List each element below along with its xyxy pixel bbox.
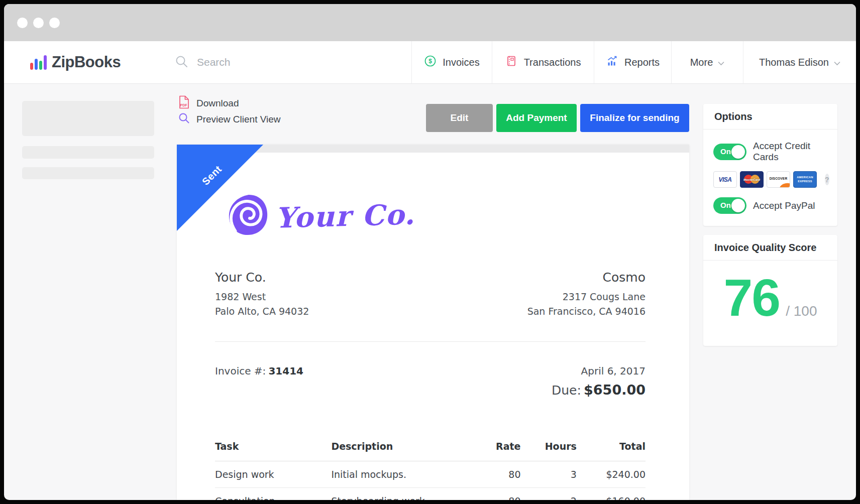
svg-text:PDF: PDF — [180, 103, 188, 107]
invoice-paper: Sent Your Co. — [177, 145, 689, 500]
dollar-circle-icon: $ — [424, 55, 437, 70]
client-address-line: 2317 Cougs Lane — [527, 290, 646, 304]
accept-credit-cards-toggle[interactable]: On — [713, 144, 746, 160]
finalize-button[interactable]: Finalize for sending — [580, 104, 689, 132]
left-sidebar — [4, 83, 177, 500]
due-label: Due: — [552, 383, 581, 398]
company-logo: Your Co. — [226, 192, 646, 240]
invoice-divider — [215, 341, 646, 342]
table-cell: 80 — [469, 469, 521, 480]
nav-invoices[interactable]: $Invoices — [411, 41, 492, 83]
invoice-number: Invoice #: 31414 — [215, 365, 303, 377]
quality-score-value: 76 — [724, 276, 780, 320]
nav-item-label: Invoices — [443, 57, 479, 68]
options-panel: Options On Accept Credit Cards VISAMaste… — [703, 104, 837, 226]
download-link[interactable]: PDF Download — [178, 95, 281, 111]
accept-paypal-toggle[interactable]: On — [713, 197, 746, 214]
column-header: Hours — [520, 441, 576, 452]
quality-score-max: / 100 — [786, 303, 817, 319]
nav-item-label: Transactions — [524, 57, 581, 68]
invoice-actions-row: PDF Download Preview Client View Edit Ad… — [177, 83, 689, 145]
client-name: Cosmo — [527, 270, 646, 285]
table-cell: $160.00 — [577, 495, 646, 500]
window-control-dot[interactable] — [49, 18, 60, 28]
preview-client-view-link[interactable]: Preview Client View — [178, 111, 281, 128]
table-cell: Initial mockups. — [331, 469, 469, 480]
pdf-file-icon: PDF — [178, 95, 190, 111]
toggle-knob — [731, 145, 745, 159]
table-header-row: TaskDescriptionRateHoursTotal — [215, 441, 646, 461]
table-cell: Storyboarding work. — [331, 495, 469, 500]
preview-label: Preview Client View — [196, 114, 281, 125]
search-input[interactable] — [196, 56, 349, 69]
table-cell: $240.00 — [577, 469, 646, 480]
toggle-on-label: On — [720, 147, 731, 156]
invoice-number-value: 31414 — [268, 365, 303, 377]
discover-card-icon: DISCOVER — [767, 171, 790, 188]
magnifier-icon — [178, 112, 190, 127]
sender-name: Your Co. — [215, 270, 309, 285]
column-header: Description — [331, 441, 469, 452]
card-brands-row: VISAMasterCardDISCOVERAMERICANEXPRESS? — [713, 171, 827, 188]
options-panel-title: Options — [703, 104, 837, 130]
table-cell: 3 — [520, 469, 576, 480]
zipbooks-logo-text: ZipBooks — [52, 53, 121, 71]
nav-transactions[interactable]: Transactions — [492, 41, 594, 83]
invoice-date: April 6, 2017 — [581, 365, 646, 377]
company-logo-text: Your Co. — [275, 197, 415, 234]
client-address-block: Cosmo 2317 Cougs Lane San Francisco, CA … — [527, 270, 646, 319]
nav-item-label: Reports — [624, 57, 660, 68]
spiral-logo-icon — [226, 192, 270, 240]
quality-panel-title: Invoice Quality Score — [703, 235, 837, 261]
table-cell: Design work — [215, 469, 331, 480]
top-navbar: ZipBooks $InvoicesTransactionsReports Mo… — [4, 41, 856, 84]
invoice-main-column: PDF Download Preview Client View Edit Ad… — [177, 83, 689, 500]
table-row: Design workInitial mockups.803$240.00 — [215, 461, 646, 488]
quality-score-panel: Invoice Quality Score 76 / 100 — [703, 235, 837, 346]
nav-more[interactable]: More — [671, 41, 743, 83]
amex-card-icon: AMERICANEXPRESS — [793, 171, 817, 188]
sender-address-line: Palo Alto, CA 94032 — [215, 304, 309, 319]
table-cell: 80 — [469, 495, 521, 500]
page-content: PDF Download Preview Client View Edit Ad… — [4, 83, 856, 500]
sidebar-placeholder-bar — [22, 146, 154, 159]
ledger-icon — [505, 55, 518, 70]
chevron-down-icon — [834, 57, 840, 68]
add-payment-button[interactable]: Add Payment — [496, 104, 577, 132]
zipbooks-bars-icon — [30, 55, 47, 70]
search-area — [147, 41, 411, 83]
window-control-dot[interactable] — [33, 18, 44, 28]
right-sidebar: Options On Accept Credit Cards VISAMaste… — [703, 83, 837, 346]
toggle-knob — [731, 199, 745, 212]
column-header: Rate — [469, 441, 521, 452]
due-amount-value: $650.00 — [584, 382, 646, 398]
client-address-line: San Francisco, CA 94016 — [527, 304, 646, 319]
zipbooks-logo[interactable]: ZipBooks — [4, 41, 147, 83]
edit-button[interactable]: Edit — [426, 104, 493, 132]
table-cell: 2 — [520, 495, 576, 500]
nav-reports[interactable]: Reports — [594, 41, 671, 83]
download-label: Download — [196, 98, 239, 109]
sidebar-placeholder-bar — [22, 167, 154, 179]
table-cell: Consultation — [215, 495, 331, 500]
sender-address-block: Your Co. 1982 West Palo Alto, CA 94032 — [215, 270, 309, 319]
nav-user-menu[interactable]: Thomas Edison — [743, 41, 856, 83]
svg-text:$: $ — [428, 58, 432, 65]
sender-address-line: 1982 West — [215, 290, 309, 304]
visa-card-icon: VISA — [713, 171, 737, 188]
toggle-on-label: On — [720, 201, 731, 209]
window-titlebar — [4, 4, 856, 41]
line-items-table: TaskDescriptionRateHoursTotalDesign work… — [215, 441, 646, 500]
sidebar-placeholder-block — [22, 101, 154, 136]
accept-paypal-label: Accept PayPal — [753, 200, 815, 211]
amount-due: Due: $650.00 — [215, 382, 646, 398]
window-control-dot[interactable] — [17, 18, 28, 28]
accept-credit-cards-label: Accept Credit Cards — [753, 141, 827, 163]
user-name-label: Thomas Edison — [759, 57, 829, 68]
chevron-down-icon — [718, 57, 724, 68]
nav-more-label: More — [690, 57, 713, 68]
mastercard-card-icon: MasterCard — [740, 171, 764, 188]
search-icon — [175, 55, 188, 70]
column-header: Task — [215, 441, 331, 452]
help-icon[interactable]: ? — [825, 174, 829, 185]
